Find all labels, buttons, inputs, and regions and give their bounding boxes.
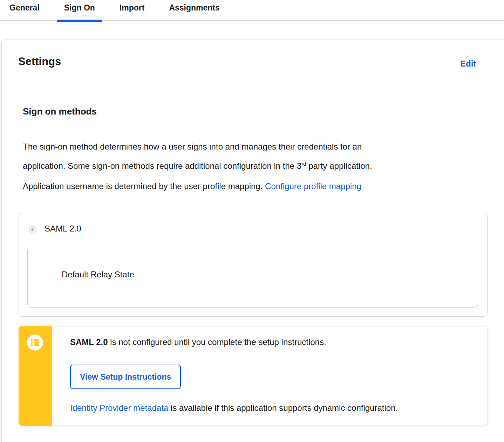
warning-message-bold: SAML 2.0 bbox=[70, 337, 108, 347]
description-line-1: The sign-on method determines how a user… bbox=[23, 138, 372, 155]
default-relay-state-label: Default Relay State bbox=[62, 270, 134, 279]
metadata-text: Identity Provider metadata is available … bbox=[70, 403, 398, 413]
warning-message: SAML 2.0 is not configured until you com… bbox=[70, 337, 326, 347]
saml-option-box: SAML 2.0 Default Relay State bbox=[19, 213, 488, 317]
view-setup-instructions-button[interactable]: View Setup Instructions bbox=[70, 365, 181, 389]
description-line-2: application. Some sign-on methods requir… bbox=[23, 155, 372, 174]
edit-link[interactable]: Edit bbox=[460, 59, 476, 69]
settings-title: Settings bbox=[18, 55, 61, 68]
username-mapping-text: Application username is determined by th… bbox=[23, 181, 361, 191]
saml-warning-callout: SAML 2.0 is not configured until you com… bbox=[19, 326, 488, 425]
saml-option-label: SAML 2.0 bbox=[45, 224, 81, 234]
radio-dot bbox=[31, 228, 34, 232]
tab-assignments[interactable]: Assignments bbox=[162, 0, 227, 21]
tab-import[interactable]: Import bbox=[112, 0, 152, 21]
app-tab-bar: General Sign On Import Assignments bbox=[0, 0, 504, 21]
configure-profile-mapping-link[interactable]: Configure profile mapping bbox=[265, 181, 361, 191]
warning-accent-strip bbox=[19, 326, 52, 426]
sign-on-methods-heading: Sign on methods bbox=[23, 106, 97, 117]
bulleted-list-icon bbox=[27, 334, 43, 351]
tab-sign-on[interactable]: Sign On bbox=[57, 0, 102, 21]
default-relay-state-box: Default Relay State bbox=[27, 247, 478, 308]
ordinal-superscript: rd bbox=[301, 161, 306, 167]
identity-provider-metadata-link[interactable]: Identity Provider metadata bbox=[70, 403, 168, 413]
saml-radio-button[interactable] bbox=[29, 226, 36, 234]
settings-card: Settings Edit Sign on methods The sign-o… bbox=[1, 40, 504, 442]
sign-on-description: The sign-on method determines how a user… bbox=[23, 138, 372, 174]
tab-general[interactable]: General bbox=[2, 0, 47, 21]
